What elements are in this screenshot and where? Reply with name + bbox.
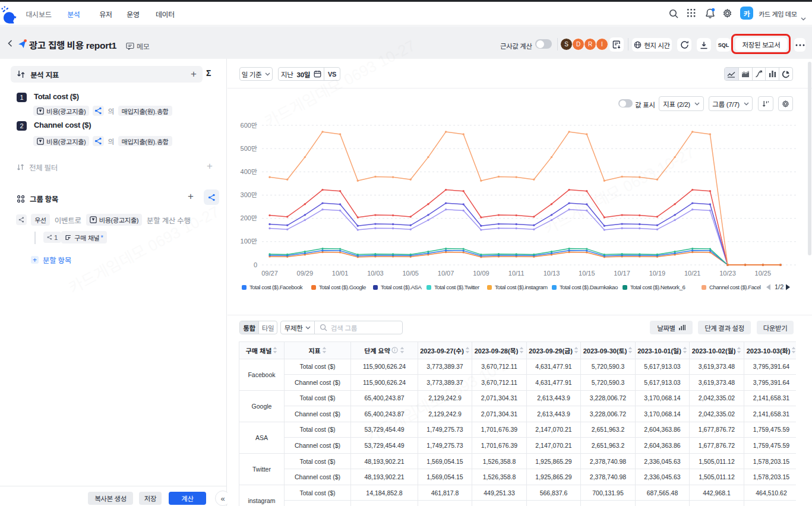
svg-text:10/07: 10/07 — [438, 270, 454, 277]
svg-text:10/13: 10/13 — [544, 270, 560, 277]
svg-text:10/19: 10/19 — [649, 270, 666, 277]
svg-text:200만: 200만 — [241, 214, 257, 222]
svg-text:0: 0 — [254, 261, 257, 268]
svg-text:500만: 500만 — [241, 145, 257, 152]
svg-text:09/27: 09/27 — [261, 270, 278, 277]
svg-text:10/11: 10/11 — [508, 270, 525, 277]
svg-text:10/01: 10/01 — [332, 270, 349, 277]
svg-text:10/17: 10/17 — [614, 270, 630, 277]
svg-text:10/05: 10/05 — [402, 270, 419, 277]
svg-text:100만: 100만 — [241, 238, 257, 245]
svg-text:400만: 400만 — [241, 168, 257, 175]
svg-text:600만: 600만 — [241, 122, 257, 129]
svg-text:09/29: 09/29 — [297, 270, 314, 277]
svg-text:300만: 300만 — [241, 191, 257, 198]
svg-text:10/23: 10/23 — [719, 270, 736, 277]
svg-text:10/15: 10/15 — [579, 270, 595, 277]
svg-text:10/25: 10/25 — [755, 270, 772, 277]
svg-text:10/21: 10/21 — [684, 270, 701, 277]
svg-text:10/09: 10/09 — [473, 270, 489, 277]
svg-text:10/03: 10/03 — [367, 270, 384, 277]
